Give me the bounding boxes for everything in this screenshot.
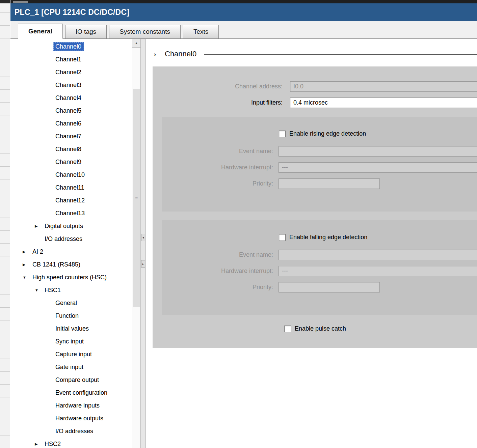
rising-event-name-input (279, 146, 477, 157)
nav-item-hsc1[interactable]: ▼ HSC1 (10, 284, 132, 297)
nav-item-channel1[interactable]: Channel1 (10, 53, 132, 66)
nav-item-hardware-outputs[interactable]: Hardware outputs (10, 412, 132, 425)
nav-item-channel7[interactable]: Channel7 (10, 130, 132, 143)
nav-item-hardware-inputs[interactable]: Hardware inputs (10, 399, 132, 412)
nav-item-function[interactable]: Function (10, 309, 132, 322)
section-title: Channel0 (165, 50, 196, 58)
expand-arrow-icon: ▶ (23, 250, 30, 254)
nav-item-general[interactable]: General (10, 297, 132, 309)
nav-item-channel10[interactable]: Channel10 (10, 168, 132, 181)
nav-item-hsc2[interactable]: ▶ HSC2 (10, 438, 132, 448)
nav-item-digital-outputs[interactable]: ▶ Digital outputs (10, 220, 132, 232)
input-filters-row: Input filters: (153, 97, 477, 108)
nav-item-channel12[interactable]: Channel12 (10, 194, 132, 207)
falling-event-name-input (279, 250, 477, 260)
falling-event-name-label: Event name: (162, 251, 273, 258)
collapse-arrow-icon: ▼ (35, 288, 42, 292)
falling-edge-check-row: Enable falling edge detection (279, 234, 477, 241)
falling-hardware-interrupt-row: Hardware interrupt: (162, 266, 477, 276)
nav-item-channel5[interactable]: Channel5 (10, 104, 132, 117)
collapse-left-button[interactable]: ◄ (141, 234, 145, 241)
nav-item-channel4[interactable]: Channel4 (10, 91, 132, 104)
enable-falling-edge-label: Enable falling edge detection (289, 234, 367, 241)
rising-hardware-interrupt-row: Hardware interrupt: (162, 162, 477, 173)
nav-item-i-o-addresses[interactable]: I/O addresses (10, 425, 132, 438)
nav-item-ai-2[interactable]: ▶ AI 2 (10, 245, 132, 258)
rising-priority-input (279, 178, 380, 189)
nav-item-cb-1241-rs485-[interactable]: ▶ CB 1241 (RS485) (10, 258, 132, 271)
nav-item-channel11[interactable]: Channel11 (10, 181, 132, 194)
nav-item-channel13[interactable]: Channel13 (10, 207, 132, 220)
left-gutter (0, 0, 10, 448)
falling-hardware-interrupt-label: Hardware interrupt: (162, 268, 273, 275)
enable-pulse-catch-label: Enable pulse catch (295, 325, 346, 332)
enable-falling-edge-checkbox[interactable] (279, 234, 286, 241)
rising-priority-row: Priority: (162, 178, 477, 189)
nav-item-channel9[interactable]: Channel9 (10, 156, 132, 168)
falling-priority-label: Priority: (162, 284, 273, 291)
collapse-arrow-icon: ▼ (23, 275, 30, 279)
properties-dialog: PLC_1 [CPU 1214C DC/DC/DC] GeneralIO tag… (10, 0, 477, 448)
pulse-catch-row: Enable pulse catch (284, 325, 477, 332)
enable-pulse-catch-checkbox[interactable] (284, 326, 291, 332)
nav-item-event-configuration[interactable]: Event configuration (10, 386, 132, 399)
enable-rising-edge-label: Enable rising edge detection (289, 130, 366, 137)
scroll-up-icon: ▲ (135, 41, 138, 45)
nav-item-i-o-addresses[interactable]: I/O addresses (10, 232, 132, 245)
rising-event-name-row: Event name: (162, 146, 477, 157)
nav-item-channel3[interactable]: Channel3 (10, 79, 132, 91)
main-pane: › Channel0 Channel address: Input filter… (146, 39, 477, 448)
expand-right-button[interactable]: ► (141, 260, 145, 268)
rising-hardware-interrupt-label: Hardware interrupt: (162, 164, 273, 171)
nav-item-channel8[interactable]: Channel8 (10, 143, 132, 156)
falling-edge-section: Enable falling edge detection Event name… (162, 220, 477, 315)
expand-arrow-icon: ▶ (23, 262, 30, 267)
left-gutter-top (0, 0, 10, 3)
input-filters-select[interactable] (290, 97, 477, 108)
expand-right-icon: ► (142, 263, 144, 265)
nav-item-channel6[interactable]: Channel6 (10, 117, 132, 130)
nav-item-initial-values[interactable]: Initial values (10, 322, 132, 335)
scroll-up-button[interactable]: ▲ (132, 39, 140, 48)
channel-settings-panel: Channel address: Input filters: Enable r… (153, 66, 477, 348)
tab-system-constants[interactable]: System constants (109, 25, 181, 38)
tab-texts[interactable]: Texts (183, 25, 219, 38)
window-title: PLC_1 [CPU 1214C DC/DC/DC] (10, 3, 477, 21)
rising-event-name-label: Event name: (162, 148, 273, 155)
nav-item-compare-output[interactable]: Compare output (10, 373, 132, 386)
plc-properties-window: PLC_1 [CPU 1214C DC/DC/DC] GeneralIO tag… (0, 0, 477, 448)
nav-item-capture-input[interactable]: Capture input (10, 348, 132, 361)
nav-item-channel2[interactable]: Channel2 (10, 66, 132, 79)
falling-event-name-row: Event name: (162, 250, 477, 260)
tab-general[interactable]: General (18, 24, 63, 39)
falling-priority-input (279, 282, 380, 292)
falling-priority-row: Priority: (162, 282, 477, 292)
pane-splitter[interactable]: ◄ ► (141, 39, 146, 448)
expand-arrow-icon: ▶ (35, 442, 42, 446)
window-top-strip (10, 0, 477, 3)
channel-address-row: Channel address: (153, 81, 477, 92)
expand-arrow-icon: ▶ (35, 224, 42, 228)
tab-bar: GeneralIO tagsSystem constantsTexts (10, 21, 477, 39)
input-filters-label: Input filters: (153, 99, 283, 106)
enable-rising-edge-checkbox[interactable] (279, 131, 286, 137)
section-rule (204, 54, 477, 55)
scrollbar-thumb[interactable]: ≡ (133, 89, 140, 307)
nav-item-gate-input[interactable]: Gate input (10, 361, 132, 373)
nav-item-sync-input[interactable]: Sync input (10, 335, 132, 348)
nav-item-channel0[interactable]: Channel0 (10, 40, 132, 53)
thumb-grip-icon: ≡ (135, 195, 138, 201)
section-collapse-arrow-icon[interactable]: › (154, 51, 156, 58)
falling-hardware-interrupt-input (279, 266, 477, 276)
tab-io-tags[interactable]: IO tags (65, 25, 107, 38)
rising-hardware-interrupt-input (279, 162, 477, 173)
rising-priority-label: Priority: (162, 180, 273, 187)
rising-edge-check-row: Enable rising edge detection (279, 130, 477, 137)
section-header: › Channel0 (154, 50, 477, 58)
nav-item-high-speed-counters-hsc-[interactable]: ▼ High speed counters (HSC) (10, 271, 132, 284)
dialog-body: Channel0 Channel1 Channel2 Channel3 Chan… (10, 39, 477, 448)
nav-scrollbar[interactable]: ▲ ≡ (132, 39, 141, 448)
channel-address-label: Channel address: (153, 83, 283, 90)
rising-edge-section: Enable rising edge detection Event name:… (162, 117, 477, 212)
nav-tree: Channel0 Channel1 Channel2 Channel3 Chan… (10, 39, 132, 448)
